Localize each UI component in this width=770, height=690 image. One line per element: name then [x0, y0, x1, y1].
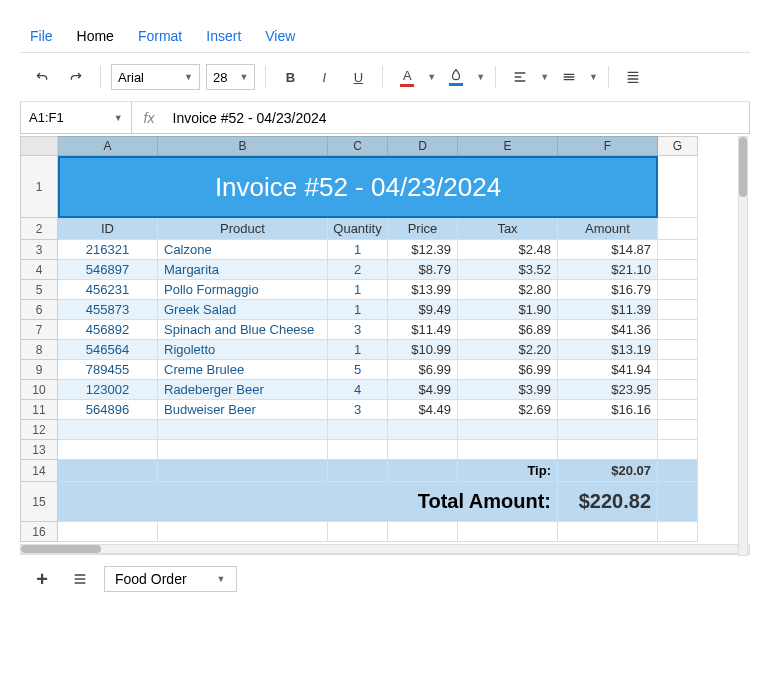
- menu-file[interactable]: File: [30, 28, 53, 44]
- cell-amount[interactable]: $23.95: [558, 380, 658, 400]
- row-header[interactable]: 1: [20, 156, 58, 218]
- header-cell[interactable]: Product: [158, 218, 328, 240]
- col-header[interactable]: G: [658, 136, 698, 156]
- cell-tax[interactable]: $3.52: [458, 260, 558, 280]
- menu-view[interactable]: View: [265, 28, 295, 44]
- total-label[interactable]: Total Amount:: [58, 482, 558, 522]
- header-cell[interactable]: ID: [58, 218, 158, 240]
- cell-id[interactable]: 455873: [58, 300, 158, 320]
- row-header[interactable]: 16: [20, 522, 58, 542]
- cell-tax[interactable]: $3.99: [458, 380, 558, 400]
- tip-value[interactable]: $20.07: [558, 460, 658, 482]
- cell-product[interactable]: Radeberger Beer: [158, 380, 328, 400]
- cell-price[interactable]: $8.79: [388, 260, 458, 280]
- cell-tax[interactable]: $6.89: [458, 320, 558, 340]
- col-header[interactable]: B: [158, 136, 328, 156]
- formula-input[interactable]: [167, 110, 750, 126]
- row-header[interactable]: 9: [20, 360, 58, 380]
- horizontal-scrollbar[interactable]: [20, 544, 750, 554]
- cell-product[interactable]: Budweiser Beer: [158, 400, 328, 420]
- cell-amount[interactable]: $14.87: [558, 240, 658, 260]
- cell[interactable]: [388, 522, 458, 542]
- cell-tax[interactable]: $2.20: [458, 340, 558, 360]
- row-header[interactable]: 14: [20, 460, 58, 482]
- cell[interactable]: [658, 156, 698, 218]
- cell[interactable]: [328, 460, 388, 482]
- cell[interactable]: [658, 240, 698, 260]
- cell[interactable]: [558, 420, 658, 440]
- cell-price[interactable]: $4.99: [388, 380, 458, 400]
- cell-product[interactable]: Spinach and Blue Cheese: [158, 320, 328, 340]
- cell-product[interactable]: Creme Brulee: [158, 360, 328, 380]
- total-value[interactable]: $220.82: [558, 482, 658, 522]
- cell-price[interactable]: $4.49: [388, 400, 458, 420]
- underline-button[interactable]: U: [344, 63, 372, 91]
- cell-price[interactable]: $12.39: [388, 240, 458, 260]
- cell[interactable]: [658, 522, 698, 542]
- row-header[interactable]: 13: [20, 440, 58, 460]
- cell[interactable]: [458, 420, 558, 440]
- cell-amount[interactable]: $21.10: [558, 260, 658, 280]
- cell-qty[interactable]: 4: [328, 380, 388, 400]
- col-header[interactable]: D: [388, 136, 458, 156]
- row-header[interactable]: 3: [20, 240, 58, 260]
- cell-product[interactable]: Margarita: [158, 260, 328, 280]
- cell-id[interactable]: 789455: [58, 360, 158, 380]
- align-button[interactable]: [506, 63, 534, 91]
- row-header[interactable]: 5: [20, 280, 58, 300]
- fill-color-button[interactable]: [442, 63, 470, 91]
- cell[interactable]: [558, 440, 658, 460]
- cell-id[interactable]: 456231: [58, 280, 158, 300]
- cell-product[interactable]: Pollo Formaggio: [158, 280, 328, 300]
- cell-amount[interactable]: $16.79: [558, 280, 658, 300]
- row-header[interactable]: 8: [20, 340, 58, 360]
- cell-amount[interactable]: $41.36: [558, 320, 658, 340]
- title-cell[interactable]: Invoice #52 - 04/23/2024: [58, 156, 658, 218]
- menu-home[interactable]: Home: [77, 28, 114, 44]
- cell[interactable]: [658, 460, 698, 482]
- add-sheet-button[interactable]: +: [28, 565, 56, 593]
- cell[interactable]: [658, 218, 698, 240]
- cell[interactable]: [658, 380, 698, 400]
- cell-qty[interactable]: 5: [328, 360, 388, 380]
- tip-label[interactable]: Tip:: [458, 460, 558, 482]
- cell[interactable]: [558, 522, 658, 542]
- row-header[interactable]: 2: [20, 218, 58, 240]
- col-header[interactable]: E: [458, 136, 558, 156]
- cell-price[interactable]: $9.49: [388, 300, 458, 320]
- cell-qty[interactable]: 2: [328, 260, 388, 280]
- cell-amount[interactable]: $41.94: [558, 360, 658, 380]
- cell-qty[interactable]: 1: [328, 280, 388, 300]
- cell[interactable]: [658, 360, 698, 380]
- cell-id[interactable]: 456892: [58, 320, 158, 340]
- cell[interactable]: [658, 300, 698, 320]
- cell[interactable]: [458, 522, 558, 542]
- row-header[interactable]: 15: [20, 482, 58, 522]
- cell[interactable]: [388, 460, 458, 482]
- cell[interactable]: [58, 522, 158, 542]
- cell-qty[interactable]: 3: [328, 400, 388, 420]
- cell-product[interactable]: Calzone: [158, 240, 328, 260]
- cell[interactable]: [658, 280, 698, 300]
- redo-button[interactable]: [62, 63, 90, 91]
- valign-button[interactable]: [555, 63, 583, 91]
- row-header[interactable]: 4: [20, 260, 58, 280]
- cell[interactable]: [658, 420, 698, 440]
- text-color-button[interactable]: A: [393, 63, 421, 91]
- undo-button[interactable]: [28, 63, 56, 91]
- cell-product[interactable]: Rigoletto: [158, 340, 328, 360]
- cell[interactable]: [658, 340, 698, 360]
- cell-price[interactable]: $10.99: [388, 340, 458, 360]
- cell-product[interactable]: Greek Salad: [158, 300, 328, 320]
- italic-button[interactable]: I: [310, 63, 338, 91]
- bold-button[interactable]: B: [276, 63, 304, 91]
- cell[interactable]: [388, 420, 458, 440]
- sheet-select[interactable]: Food Order ▼: [104, 566, 237, 592]
- cell[interactable]: [158, 440, 328, 460]
- cell-amount[interactable]: $13.19: [558, 340, 658, 360]
- cell-amount[interactable]: $16.16: [558, 400, 658, 420]
- cell[interactable]: [658, 260, 698, 280]
- sheet-menu-button[interactable]: [66, 565, 94, 593]
- cell-reference[interactable]: A1:F1 ▼: [21, 102, 132, 133]
- cell[interactable]: [158, 522, 328, 542]
